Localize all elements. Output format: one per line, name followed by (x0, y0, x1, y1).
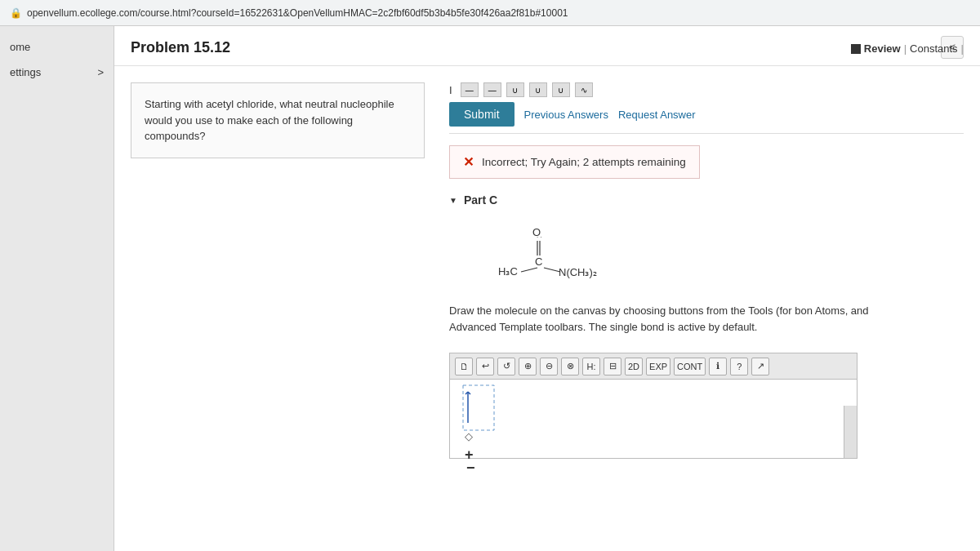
canvas-erase-btn[interactable]: ⊗ (561, 358, 579, 375)
review-link[interactable]: Review (864, 42, 901, 55)
main-container: ome ettings > Problem 15.12 < Review | C… (0, 26, 980, 551)
chem-structure: O · · C H₃C N(CH₃)₂ (466, 224, 964, 285)
review-icon (851, 44, 861, 54)
draw-instructions: Draw the molecule on the canvas by choos… (449, 303, 874, 335)
canvas-cont-btn[interactable]: CONT (674, 358, 706, 375)
x-icon: ✕ (463, 154, 474, 170)
svg-line-3 (544, 268, 560, 272)
sidebar-item-home[interactable]: ome (0, 34, 114, 60)
answer-links: Previous Answers Request Answer (524, 109, 696, 121)
chevron-right-icon: > (97, 66, 104, 78)
url-text: openvellum.ecollege.com/course.html?cour… (27, 7, 568, 19)
canvas-scrollbar[interactable] (844, 406, 857, 458)
previous-answers-link[interactable]: Previous Answers (524, 109, 608, 121)
question-text: Starting with acetyl chloride, what neut… (145, 96, 411, 144)
separator-2: | (961, 42, 964, 55)
eraser-tool-icon[interactable]: ◇ (465, 430, 473, 442)
answer-toolbar-row: I — — ∪ ∪ ∪ ∿ (449, 82, 964, 97)
canvas-arrow-btn[interactable]: ↗ (751, 358, 769, 375)
toolbar-dash-1: — (461, 82, 479, 97)
answer-section: I — — ∪ ∪ ∪ ∿ Submit Previous Answers Re… (449, 82, 964, 535)
part-c-header: ▼ Part C (449, 193, 964, 207)
canvas-new-btn[interactable]: 🗋 (455, 358, 473, 375)
top-right-links: Review | Constants | (851, 42, 964, 55)
canvas-2d-btn[interactable]: 2D (625, 358, 643, 375)
canvas-redo-btn[interactable]: ↺ (497, 358, 515, 375)
svg-line-2 (521, 268, 537, 272)
toolbar-dash-6: ∿ (575, 82, 593, 97)
nch3-label: N(CH₃)₂ (559, 266, 597, 278)
toolbar-dash-4: ∪ (529, 82, 547, 97)
toolbar-dash-3: ∪ (506, 82, 524, 97)
triangle-icon[interactable]: ▼ (449, 196, 457, 205)
sidebar-item-settings[interactable]: ettings > (0, 60, 114, 85)
canvas-zoom-out-btn[interactable]: ⊖ (540, 358, 558, 375)
address-bar: 🔒 openvellum.ecollege.com/course.html?co… (0, 0, 980, 26)
answer-input-area: I — — ∪ ∪ ∪ ∿ Submit Previous Answers Re… (449, 82, 964, 134)
submit-button[interactable]: Submit (449, 102, 514, 127)
draw-canvas[interactable]: 🗋 ↩ ↺ ⊕ ⊖ ⊗ H: ⊟ 2D EXP CONT ℹ ? ↗ (449, 353, 858, 459)
toolbar-dash-2: — (483, 82, 501, 97)
canvas-exp-btn[interactable]: EXP (646, 358, 670, 375)
answer-input-row: Submit Previous Answers Request Answer (449, 102, 964, 134)
canvas-help-btn[interactable]: ? (730, 358, 748, 375)
toolbar-bar-label: I (449, 84, 452, 96)
canvas-h-btn[interactable]: H: (582, 358, 600, 375)
problem-body: Starting with acetyl chloride, what neut… (114, 66, 980, 551)
settings-label: ettings (10, 66, 41, 78)
part-c-label: Part C (464, 193, 497, 207)
incorrect-banner: ✕ Incorrect; Try Again; 2 attempts remai… (449, 145, 700, 179)
dots-label: · · (537, 233, 542, 241)
h3c-label: H₃C (498, 265, 518, 278)
toolbar-dash-5: ∪ (552, 82, 570, 97)
carbon-label: C (535, 256, 542, 268)
question-box: Starting with acetyl chloride, what neut… (131, 82, 425, 158)
canvas-toolbar: 🗋 ↩ ↺ ⊕ ⊖ ⊗ H: ⊟ 2D EXP CONT ℹ ? ↗ (450, 353, 857, 380)
separator-1: | (904, 42, 906, 55)
chemical-structure-svg: O · · C H₃C N(CH₃)₂ (466, 224, 629, 282)
content-area: Problem 15.12 < Review | Constants | Sta… (114, 26, 980, 551)
lock-icon: 🔒 (10, 7, 22, 19)
canvas-undo-btn[interactable]: ↩ (476, 358, 494, 375)
request-answer-link[interactable]: Request Answer (618, 109, 696, 121)
canvas-info-btn[interactable]: ℹ (709, 358, 727, 375)
canvas-formula-btn[interactable]: ⊟ (604, 358, 621, 375)
incorrect-message: Incorrect; Try Again; 2 attempts remaini… (482, 156, 686, 168)
constants-link[interactable]: Constants (910, 42, 958, 55)
sidebar: ome ettings > (0, 26, 114, 551)
canvas-selection-svg (461, 384, 502, 437)
canvas-zoom-in-btn[interactable]: ⊕ (519, 358, 537, 375)
problem-title: Problem 15.12 (131, 39, 230, 56)
minus-tool-btn[interactable]: − (466, 460, 475, 477)
canvas-drawing-area[interactable]: ◇ + − (450, 380, 857, 458)
